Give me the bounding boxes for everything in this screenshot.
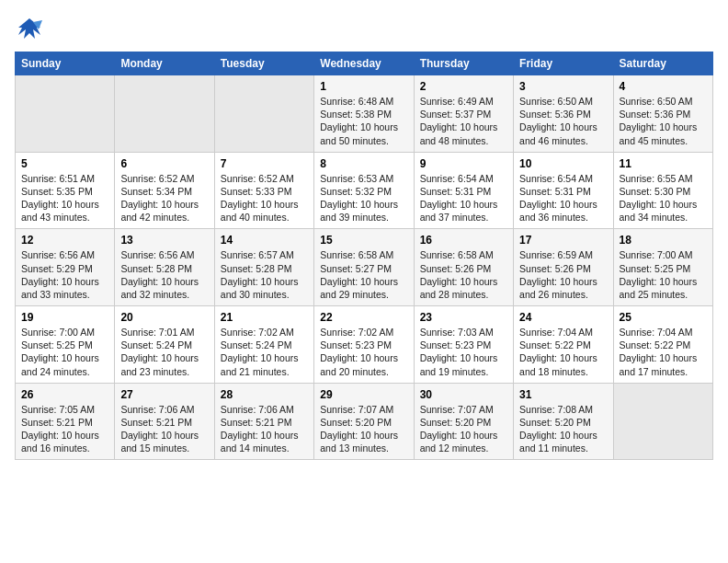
day-number: 2 xyxy=(420,80,507,93)
day-info: Sunrise: 6:56 AM Sunset: 5:28 PM Dayligh… xyxy=(120,248,208,301)
calendar-cell: 4Sunrise: 6:50 AM Sunset: 5:36 PM Daylig… xyxy=(613,75,712,153)
day-number: 31 xyxy=(519,388,607,401)
day-of-week-header: Wednesday xyxy=(314,52,414,75)
day-of-week-header: Tuesday xyxy=(214,52,313,75)
calendar-cell: 28Sunrise: 7:06 AM Sunset: 5:21 PM Dayli… xyxy=(214,383,313,460)
calendar-cell xyxy=(214,75,313,153)
day-info: Sunrise: 6:52 AM Sunset: 5:33 PM Dayligh… xyxy=(221,172,308,224)
day-info: Sunrise: 7:08 AM Sunset: 5:20 PM Dayligh… xyxy=(519,403,607,455)
day-number: 3 xyxy=(519,80,607,93)
day-info: Sunrise: 6:48 AM Sunset: 5:38 PM Dayligh… xyxy=(320,95,407,147)
day-info: Sunrise: 6:57 AM Sunset: 5:28 PM Dayligh… xyxy=(221,248,308,301)
calendar-cell: 30Sunrise: 7:07 AM Sunset: 5:20 PM Dayli… xyxy=(414,383,513,460)
calendar-cell: 16Sunrise: 6:58 AM Sunset: 5:26 PM Dayli… xyxy=(414,229,513,306)
day-info: Sunrise: 7:04 AM Sunset: 5:22 PM Dayligh… xyxy=(519,326,607,378)
calendar-cell: 5Sunrise: 6:51 AM Sunset: 5:35 PM Daylig… xyxy=(16,152,115,229)
calendar-cell: 18Sunrise: 7:00 AM Sunset: 5:25 PM Dayli… xyxy=(613,229,712,306)
calendar-week-row: 26Sunrise: 7:05 AM Sunset: 5:21 PM Dayli… xyxy=(16,383,713,460)
day-info: Sunrise: 6:55 AM Sunset: 5:30 PM Dayligh… xyxy=(620,172,707,224)
day-number: 27 xyxy=(120,388,208,401)
day-info: Sunrise: 7:04 AM Sunset: 5:22 PM Dayligh… xyxy=(620,326,707,378)
day-number: 30 xyxy=(420,388,507,401)
calendar-cell: 6Sunrise: 6:52 AM Sunset: 5:34 PM Daylig… xyxy=(115,152,214,229)
calendar-cell xyxy=(613,383,712,460)
logo xyxy=(15,15,46,44)
day-info: Sunrise: 6:54 AM Sunset: 5:31 PM Dayligh… xyxy=(420,172,507,224)
day-number: 20 xyxy=(120,311,208,324)
calendar-cell: 26Sunrise: 7:05 AM Sunset: 5:21 PM Dayli… xyxy=(16,383,115,460)
calendar-cell: 19Sunrise: 7:00 AM Sunset: 5:25 PM Dayli… xyxy=(16,306,115,384)
calendar-cell: 8Sunrise: 6:53 AM Sunset: 5:32 PM Daylig… xyxy=(314,152,414,229)
day-number: 29 xyxy=(320,388,407,401)
calendar-cell: 14Sunrise: 6:57 AM Sunset: 5:28 PM Dayli… xyxy=(214,229,313,306)
calendar-cell: 15Sunrise: 6:58 AM Sunset: 5:27 PM Dayli… xyxy=(314,229,414,306)
calendar-cell: 20Sunrise: 7:01 AM Sunset: 5:24 PM Dayli… xyxy=(115,306,214,384)
day-number: 7 xyxy=(221,157,308,170)
day-number: 6 xyxy=(120,157,208,170)
day-number: 16 xyxy=(420,234,507,247)
day-number: 22 xyxy=(320,311,407,324)
day-info: Sunrise: 7:03 AM Sunset: 5:23 PM Dayligh… xyxy=(420,326,507,378)
day-number: 11 xyxy=(620,157,707,170)
calendar-cell: 13Sunrise: 6:56 AM Sunset: 5:28 PM Dayli… xyxy=(115,229,214,306)
day-of-week-header: Saturday xyxy=(613,52,712,75)
page-header xyxy=(15,15,713,44)
calendar-cell: 24Sunrise: 7:04 AM Sunset: 5:22 PM Dayli… xyxy=(514,306,613,384)
calendar-cell: 3Sunrise: 6:50 AM Sunset: 5:36 PM Daylig… xyxy=(514,75,613,153)
day-number: 18 xyxy=(620,234,707,247)
calendar-cell: 23Sunrise: 7:03 AM Sunset: 5:23 PM Dayli… xyxy=(414,306,513,384)
day-number: 23 xyxy=(420,311,507,324)
day-info: Sunrise: 6:50 AM Sunset: 5:36 PM Dayligh… xyxy=(620,95,707,147)
day-info: Sunrise: 6:56 AM Sunset: 5:29 PM Dayligh… xyxy=(21,248,108,301)
day-info: Sunrise: 6:58 AM Sunset: 5:26 PM Dayligh… xyxy=(420,248,507,301)
calendar-cell: 31Sunrise: 7:08 AM Sunset: 5:20 PM Dayli… xyxy=(514,383,613,460)
day-info: Sunrise: 7:05 AM Sunset: 5:21 PM Dayligh… xyxy=(21,403,108,455)
day-number: 8 xyxy=(320,157,407,170)
day-info: Sunrise: 6:58 AM Sunset: 5:27 PM Dayligh… xyxy=(320,248,407,301)
calendar-cell: 2Sunrise: 6:49 AM Sunset: 5:37 PM Daylig… xyxy=(414,75,513,153)
day-of-week-header: Friday xyxy=(514,52,613,75)
calendar-cell xyxy=(115,75,214,153)
calendar-cell: 29Sunrise: 7:07 AM Sunset: 5:20 PM Dayli… xyxy=(314,383,414,460)
day-info: Sunrise: 6:51 AM Sunset: 5:35 PM Dayligh… xyxy=(21,172,108,224)
day-number: 24 xyxy=(519,311,607,324)
day-info: Sunrise: 6:53 AM Sunset: 5:32 PM Dayligh… xyxy=(320,172,407,224)
day-number: 17 xyxy=(519,234,607,247)
day-of-week-header: Sunday xyxy=(16,52,115,75)
day-number: 4 xyxy=(620,80,707,93)
day-number: 9 xyxy=(420,157,507,170)
day-info: Sunrise: 7:00 AM Sunset: 5:25 PM Dayligh… xyxy=(620,248,707,301)
day-number: 1 xyxy=(320,80,407,93)
calendar-week-row: 19Sunrise: 7:00 AM Sunset: 5:25 PM Dayli… xyxy=(16,306,713,384)
calendar-table: SundayMondayTuesdayWednesdayThursdayFrid… xyxy=(15,52,713,460)
calendar-cell: 9Sunrise: 6:54 AM Sunset: 5:31 PM Daylig… xyxy=(414,152,513,229)
day-info: Sunrise: 6:54 AM Sunset: 5:31 PM Dayligh… xyxy=(519,172,607,224)
day-number: 26 xyxy=(21,388,108,401)
calendar-header-row: SundayMondayTuesdayWednesdayThursdayFrid… xyxy=(16,52,713,75)
calendar-cell: 10Sunrise: 6:54 AM Sunset: 5:31 PM Dayli… xyxy=(514,152,613,229)
day-number: 12 xyxy=(21,234,108,247)
calendar-cell xyxy=(16,75,115,153)
calendar-cell: 12Sunrise: 6:56 AM Sunset: 5:29 PM Dayli… xyxy=(16,229,115,306)
day-info: Sunrise: 7:02 AM Sunset: 5:24 PM Dayligh… xyxy=(221,326,308,378)
day-of-week-header: Monday xyxy=(115,52,214,75)
day-info: Sunrise: 7:02 AM Sunset: 5:23 PM Dayligh… xyxy=(320,326,407,378)
day-number: 21 xyxy=(221,311,308,324)
calendar-cell: 7Sunrise: 6:52 AM Sunset: 5:33 PM Daylig… xyxy=(214,152,313,229)
calendar-week-row: 1Sunrise: 6:48 AM Sunset: 5:38 PM Daylig… xyxy=(16,75,713,153)
calendar-cell: 22Sunrise: 7:02 AM Sunset: 5:23 PM Dayli… xyxy=(314,306,414,384)
calendar-cell: 27Sunrise: 7:06 AM Sunset: 5:21 PM Dayli… xyxy=(115,383,214,460)
day-info: Sunrise: 6:50 AM Sunset: 5:36 PM Dayligh… xyxy=(519,95,607,147)
calendar-cell: 17Sunrise: 6:59 AM Sunset: 5:26 PM Dayli… xyxy=(514,229,613,306)
day-info: Sunrise: 7:06 AM Sunset: 5:21 PM Dayligh… xyxy=(120,403,208,455)
calendar-cell: 1Sunrise: 6:48 AM Sunset: 5:38 PM Daylig… xyxy=(314,75,414,153)
day-info: Sunrise: 7:00 AM Sunset: 5:25 PM Dayligh… xyxy=(21,326,108,378)
day-number: 14 xyxy=(221,234,308,247)
day-number: 15 xyxy=(320,234,407,247)
logo-icon xyxy=(15,15,44,44)
day-number: 25 xyxy=(620,311,707,324)
day-info: Sunrise: 7:01 AM Sunset: 5:24 PM Dayligh… xyxy=(120,326,208,378)
calendar-cell: 25Sunrise: 7:04 AM Sunset: 5:22 PM Dayli… xyxy=(613,306,712,384)
calendar-cell: 11Sunrise: 6:55 AM Sunset: 5:30 PM Dayli… xyxy=(613,152,712,229)
day-number: 13 xyxy=(120,234,208,247)
